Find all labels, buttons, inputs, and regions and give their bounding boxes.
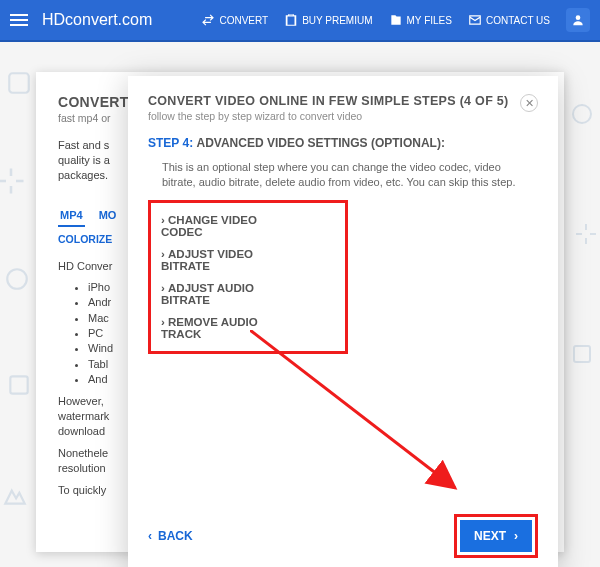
nav-contact[interactable]: CONTACT US	[468, 13, 550, 27]
next-label: NEXT	[474, 529, 506, 543]
tab-mov[interactable]: MO	[97, 205, 119, 227]
nav-label: BUY PREMIUM	[302, 15, 372, 26]
nav-label: CONTACT US	[486, 15, 550, 26]
chevron-right-icon: ›	[514, 529, 518, 543]
top-nav: CONVERT BUY PREMIUM MY FILES CONTACT US	[201, 8, 590, 32]
bag-icon	[284, 13, 298, 27]
login-icon[interactable]	[566, 8, 590, 32]
user-icon	[571, 13, 585, 27]
tab-mp4[interactable]: MP4	[58, 205, 85, 227]
svg-rect-3	[10, 376, 27, 393]
step-title: ADVANCED VIDEO SETTINGS (OPTIONAL):	[196, 136, 444, 150]
options-box: CHANGE VIDEO CODEC ADJUST VIDEO BITRATE …	[148, 200, 348, 354]
modal-title: CONVERT VIDEO ONLINE IN FEW SIMPLE STEPS…	[148, 94, 509, 108]
menu-icon[interactable]	[10, 14, 28, 26]
nav-files[interactable]: MY FILES	[389, 13, 452, 27]
next-button[interactable]: NEXT ›	[460, 520, 532, 552]
brand[interactable]: HDconvert.com	[42, 11, 152, 29]
svg-point-2	[7, 269, 27, 289]
close-icon[interactable]: ✕	[520, 94, 538, 112]
svg-rect-5	[574, 346, 590, 362]
option-video-bitrate[interactable]: ADJUST VIDEO BITRATE	[161, 243, 285, 277]
wizard-modal: CONVERT VIDEO ONLINE IN FEW SIMPLE STEPS…	[128, 76, 558, 567]
back-label: BACK	[158, 529, 193, 543]
back-button[interactable]: ‹ BACK	[148, 529, 193, 543]
option-remove-audio[interactable]: REMOVE AUDIO TRACK	[161, 311, 285, 345]
mail-icon	[468, 13, 482, 27]
step-description: This is an optional step where you can c…	[162, 160, 530, 190]
nav-label: CONVERT	[219, 15, 268, 26]
svg-rect-1	[9, 73, 29, 93]
svg-point-4	[573, 105, 591, 123]
option-change-codec[interactable]: CHANGE VIDEO CODEC	[161, 209, 285, 243]
step-header: STEP 4: ADVANCED VIDEO SETTINGS (OPTIONA…	[148, 136, 538, 150]
step-number: STEP 4:	[148, 136, 193, 150]
top-bar: HDconvert.com CONVERT BUY PREMIUM MY FIL…	[0, 0, 600, 42]
nav-convert[interactable]: CONVERT	[201, 13, 268, 27]
swap-icon	[201, 13, 215, 27]
next-highlight: NEXT ›	[454, 514, 538, 558]
nav-premium[interactable]: BUY PREMIUM	[284, 13, 372, 27]
modal-subtitle: follow the step by step wizard to conver…	[148, 110, 509, 122]
files-icon	[389, 13, 403, 27]
svg-point-0	[576, 15, 581, 20]
nav-label: MY FILES	[407, 15, 452, 26]
option-audio-bitrate[interactable]: ADJUST AUDIO BITRATE	[161, 277, 285, 311]
chevron-left-icon: ‹	[148, 529, 152, 543]
